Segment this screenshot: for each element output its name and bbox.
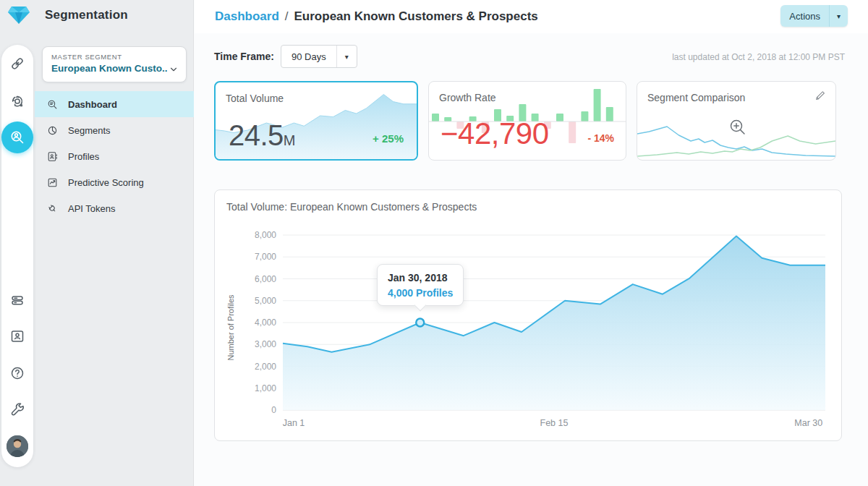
svg-text:Mar 30: Mar 30 [794,418,822,428]
breadcrumb-separator: / [285,9,289,24]
sidebar-item-label: API Tokens [68,203,116,214]
last-updated-text: last updated at Oct 2, 2018 at 12:00 PM … [672,52,845,62]
actions-button-label: Actions [780,11,829,22]
caret-down-icon[interactable]: ▾ [336,46,357,67]
total-volume-chart-card: Total Volume: European Known Customers &… [214,189,842,441]
card-title: Total Volume [226,93,284,104]
plug-icon [46,202,59,215]
help-icon[interactable] [9,364,26,382]
svg-text:Jan 1: Jan 1 [283,418,305,428]
sidebar-item-label: Predictive Scoring [68,177,144,188]
growth-rate-change-badge: - 14% [587,132,614,144]
sidebar-item-label: Profiles [68,151,99,162]
svg-text:Number of Profiles: Number of Profiles [226,294,235,361]
card-title: Segment Comparison [647,92,745,103]
sidebar-item-segments[interactable]: Segments [35,117,194,143]
time-frame-select[interactable]: 90 Days ▾ [281,45,357,68]
growth-rate-value: −42,790 [441,116,549,151]
sidebar-item-api-tokens[interactable]: API Tokens [35,195,194,221]
sidebar-menu: Dashboard Segments Profiles Predictive S… [35,91,194,221]
growth-rate-card[interactable]: Growth Rate −42,790 - 14% [428,81,626,161]
audience-search-active-button[interactable] [1,122,33,153]
total-volume-card[interactable]: Total Volume 24.5M + 25% [214,81,418,161]
pie-clock-icon [46,124,59,137]
left-sidebar-column: Segmentation [0,0,194,486]
chart-tooltip: Jan 30, 2018 4,000 Profiles [377,264,464,306]
svg-text:2,000: 2,000 [255,362,276,372]
svg-text:6,000: 6,000 [255,274,276,284]
top-bar: Dashboard / European Known Customers & P… [195,0,868,33]
master-segment-selector[interactable]: MASTER SEGMENT European Known Custo... [42,46,187,82]
master-segment-value: European Known Custo... [51,63,167,74]
total-volume-unit: M [284,132,295,148]
svg-text:Feb 15: Feb 15 [540,418,569,428]
audience-search-icon [9,129,26,146]
contact-book-icon [46,150,59,163]
sidebar-item-label: Segments [68,125,111,136]
page-title: European Known Customers & Prospects [294,9,538,24]
master-segment-label: MASTER SEGMENT [51,53,122,61]
trend-chart-icon [46,176,59,189]
sidebar-item-predictive-scoring[interactable]: Predictive Scoring [35,169,194,195]
svg-text:1,000: 1,000 [255,383,276,393]
time-frame-value: 90 Days [281,51,336,62]
actions-button[interactable]: Actions ▾ [780,5,848,27]
svg-text:7,000: 7,000 [255,252,276,262]
tooltip-date: Jan 30, 2018 [388,272,453,284]
diamond-logo-icon [7,5,30,25]
tooltip-value: 4,000 Profiles [388,287,453,299]
edit-pencil-icon[interactable] [814,89,827,102]
link-icon[interactable] [9,55,26,72]
svg-text:3,000: 3,000 [255,339,276,349]
sync-settings-icon[interactable] [9,93,26,110]
segment-comparison-card: Segment Comparison [637,81,836,161]
svg-text:4,000: 4,000 [255,317,276,328]
time-frame-label: Time Frame: [214,51,274,62]
wrench-icon[interactable] [9,401,26,419]
svg-text:5,000: 5,000 [255,296,276,306]
filter-toolbar: Time Frame: 90 Days ▾ last updated at Oc… [214,45,845,69]
svg-text:8,000: 8,000 [255,230,276,240]
total-volume-value: 24.5M [229,119,295,152]
zoom-in-icon[interactable] [727,116,749,138]
total-volume-change-badge: + 25% [373,132,404,145]
svg-text:0: 0 [271,405,276,415]
sidebar-item-dashboard[interactable]: Dashboard [35,91,194,117]
user-avatar[interactable] [7,435,28,457]
breadcrumb-dashboard-link[interactable]: Dashboard [215,9,279,24]
card-title: Growth Rate [439,92,496,103]
search-list-icon [46,98,59,111]
caret-down-icon[interactable]: ▾ [829,5,848,27]
chevron-down-icon [169,64,179,74]
servers-icon[interactable] [9,291,26,309]
breadcrumb: Dashboard / European Known Customers & P… [215,0,538,33]
sidebar-item-profiles[interactable]: Profiles [35,143,194,169]
contact-card-icon[interactable] [9,328,26,345]
app-title: Segmentation [45,8,128,22]
sidebar-item-label: Dashboard [68,99,117,110]
total-volume-area-chart[interactable]: 01,0002,0003,0004,0005,0006,0007,0008,00… [215,190,843,442]
